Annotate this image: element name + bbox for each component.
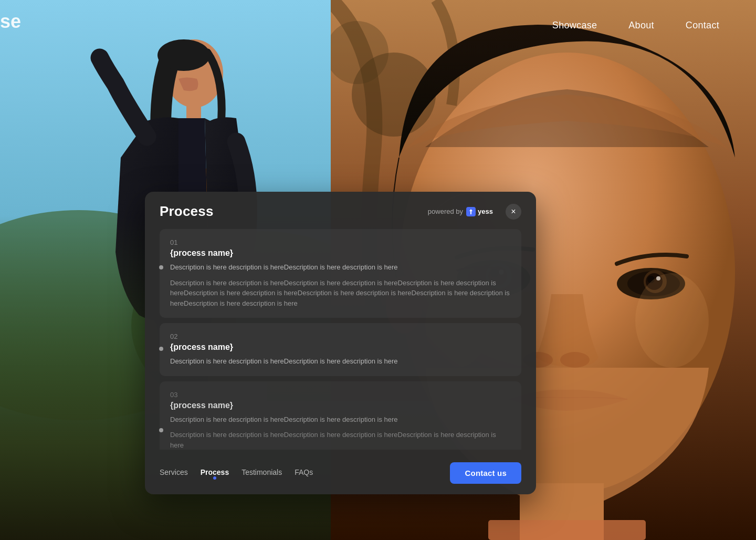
nav-about[interactable]: About bbox=[613, 15, 670, 36]
process-desc-1: Description is here description is hereD… bbox=[170, 262, 511, 273]
process-name-1: {process name} bbox=[170, 248, 511, 258]
svg-point-9 bbox=[134, 503, 176, 522]
svg-point-10 bbox=[192, 503, 234, 522]
yess-logo: yess bbox=[466, 207, 493, 216]
modal-content: 01 {process name} Description is here de… bbox=[145, 229, 536, 450]
process-number-3: 03 bbox=[170, 391, 511, 399]
process-desc-extra-1: Description is here description is hereD… bbox=[170, 278, 511, 309]
timeline-dot-3 bbox=[159, 428, 163, 432]
timeline-dots bbox=[159, 265, 163, 432]
powered-by-label: powered by yess bbox=[428, 207, 493, 216]
yess-icon bbox=[466, 207, 476, 216]
svg-rect-11 bbox=[136, 504, 173, 515]
process-desc-2: Description is here description is hereD… bbox=[170, 356, 511, 367]
modal-footer: Services Process Testimonials FAQs Conta… bbox=[145, 454, 536, 494]
svg-point-7 bbox=[158, 39, 210, 71]
timeline-dot-2 bbox=[159, 347, 163, 351]
contact-button[interactable]: Contact us bbox=[450, 462, 521, 484]
svg-point-30 bbox=[560, 352, 590, 368]
process-name-3: {process name} bbox=[170, 401, 511, 410]
nav-contact[interactable]: Contact bbox=[670, 15, 735, 36]
top-navigation: Showcase About Contact bbox=[516, 0, 756, 51]
process-number-1: 01 bbox=[170, 238, 511, 246]
modal-header: Process powered by yess × bbox=[145, 192, 536, 229]
process-item-2: 02 {process name} Description is here de… bbox=[160, 323, 521, 376]
svg-point-2 bbox=[0, 473, 158, 540]
nav-showcase[interactable]: Showcase bbox=[537, 15, 613, 36]
footer-nav-faqs[interactable]: FAQs bbox=[295, 468, 313, 479]
svg-rect-35 bbox=[488, 520, 646, 540]
process-item-1: 01 {process name} Description is here de… bbox=[160, 229, 521, 318]
footer-nav-services[interactable]: Services bbox=[160, 468, 188, 479]
timeline-dot-1 bbox=[159, 265, 163, 269]
brand-logo-partial: ise bbox=[0, 11, 21, 33]
footer-nav-process[interactable]: Process bbox=[201, 468, 229, 479]
svg-rect-12 bbox=[194, 504, 231, 515]
modal-title: Process bbox=[160, 203, 214, 220]
process-item-3: 03 {process name} Description is here de… bbox=[160, 381, 521, 450]
svg-point-34 bbox=[635, 273, 709, 368]
process-desc-extra-3: Description is here description is hereD… bbox=[170, 430, 511, 450]
process-name-2: {process name} bbox=[170, 342, 511, 352]
footer-navigation: Services Process Testimonials FAQs bbox=[160, 468, 313, 479]
close-button[interactable]: × bbox=[506, 204, 521, 220]
footer-nav-testimonials[interactable]: Testimonials bbox=[242, 468, 282, 479]
process-desc-3: Description is here description is hereD… bbox=[170, 414, 511, 425]
process-number-2: 02 bbox=[170, 333, 511, 340]
process-modal: Process powered by yess × 01 {proc bbox=[145, 192, 536, 494]
